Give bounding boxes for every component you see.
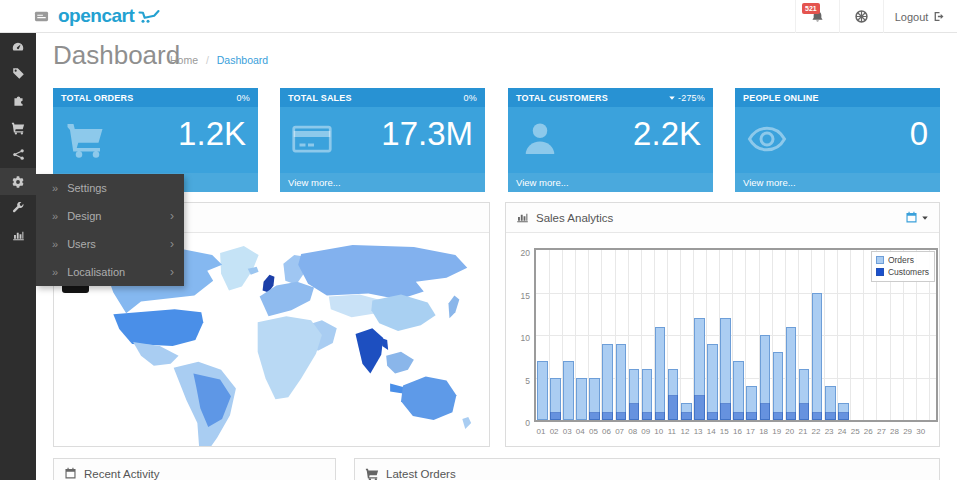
top-header: opencart 521 Logout: [0, 0, 957, 33]
sidebar-item-dashboard[interactable]: [0, 33, 36, 60]
sidebar-item-catalog[interactable]: [0, 60, 36, 87]
logout-label: Logout: [895, 11, 929, 23]
breadcrumb-current[interactable]: Dashboard: [217, 54, 268, 66]
date-range-button[interactable]: [905, 211, 929, 224]
speedometer-icon: [11, 40, 25, 54]
calendar-icon: [64, 467, 77, 480]
tile-body: 17.3M: [280, 107, 485, 173]
tile-title: TOTAL ORDERS: [61, 93, 133, 103]
legend-label: Orders: [888, 254, 914, 266]
customers-bar-11: [668, 395, 679, 421]
sidebar-nav: [0, 33, 36, 480]
breadcrumb-separator: /: [206, 54, 209, 66]
tile-view-more-link[interactable]: View more...: [735, 173, 940, 192]
submenu-item-label: Settings: [67, 182, 107, 194]
sales-analytics-header: Sales Analytics: [506, 203, 939, 233]
customers-bar-07: [616, 412, 627, 421]
recent-activity-panel: Recent Activity: [53, 458, 336, 480]
stat-tile-total-customers: TOTAL CUSTOMERS-275%2.2KView more...: [508, 88, 713, 192]
bar-chart-icon: [12, 229, 25, 242]
breadcrumb: Home / Dashboard: [170, 54, 268, 66]
orders-bar-01: [537, 361, 548, 421]
opencart-admin-dashboard: opencart 521 Logout »Settings»Design›»Us…: [0, 0, 957, 480]
sidebar-item-sales[interactable]: [0, 114, 36, 141]
double-angle-icon: »: [52, 182, 58, 194]
sidebar-item-system[interactable]: [0, 168, 36, 195]
latest-orders-title: Latest Orders: [386, 468, 456, 480]
customers-bar-24: [838, 412, 849, 421]
tile-header: PEOPLE ONLINE: [735, 88, 940, 107]
puzzle-icon: [12, 94, 25, 107]
customers-bar-05: [589, 412, 600, 421]
logo-cart-icon: [138, 8, 160, 24]
eye-icon: [747, 119, 787, 159]
latest-orders-header: Latest Orders: [355, 459, 939, 480]
legend-entry: Orders: [876, 254, 929, 266]
submenu-item-label: Users: [67, 238, 96, 250]
customers-bar-20: [786, 412, 797, 421]
y-axis-tick: 15: [512, 291, 530, 301]
sales-chart: OrdersCustomers: [534, 248, 938, 422]
customers-bar-09: [642, 412, 653, 421]
wrench-icon: [12, 202, 25, 215]
tile-change: 0%: [237, 93, 250, 103]
tile-value: 1.2K: [178, 115, 246, 153]
stat-tile-total-sales: TOTAL SALES0%17.3MView more...: [280, 88, 485, 192]
sidebar-item-extensions[interactable]: [0, 87, 36, 114]
tile-view-more-link[interactable]: View more...: [280, 173, 485, 192]
tile-title: PEOPLE ONLINE: [743, 93, 819, 103]
submenu-item-users[interactable]: »Users›: [36, 230, 184, 258]
breadcrumb-home[interactable]: Home: [170, 54, 198, 66]
tile-value: 2.2K: [633, 115, 701, 153]
chart-legend: OrdersCustomers: [871, 251, 935, 282]
customers-bar-08: [629, 403, 640, 420]
y-axis-tick: 10: [512, 333, 530, 343]
orders-bar-03: [563, 361, 574, 421]
submenu-item-localisation[interactable]: »Localisation›: [36, 258, 184, 286]
calendar-icon: [905, 211, 918, 224]
submenu-item-label: Localisation: [67, 266, 125, 278]
gridline: [536, 293, 936, 294]
logo-text: opencart: [58, 5, 134, 27]
tile-body: 0: [735, 107, 940, 173]
tile-change: 0%: [464, 93, 477, 103]
tile-value: 17.3M: [381, 115, 473, 153]
sales-analytics-title: Sales Analytics: [536, 212, 613, 224]
tile-view-more-link[interactable]: View more...: [508, 173, 713, 192]
sign-out-icon: [933, 10, 946, 23]
double-angle-icon: »: [52, 266, 58, 278]
submenu-item-label: Design: [67, 210, 101, 222]
legend-swatch: [876, 268, 884, 276]
logout-button[interactable]: Logout: [883, 0, 957, 33]
stat-tile-people-online: PEOPLE ONLINE0View more...: [735, 88, 940, 192]
legend-entry: Customers: [876, 266, 929, 278]
customers-bar-19: [773, 412, 784, 421]
chevron-right-icon: ›: [170, 209, 174, 223]
customers-bar-18: [760, 403, 771, 420]
customers-bar-13: [694, 395, 705, 421]
sidebar-item-marketing[interactable]: [0, 141, 36, 168]
tile-change: -275%: [668, 93, 705, 103]
caret-down-icon: [668, 94, 676, 102]
store-front-button[interactable]: [839, 0, 883, 33]
submenu-item-settings[interactable]: »Settings: [36, 174, 184, 202]
chevron-right-icon: ›: [170, 237, 174, 251]
menu-toggle-icon[interactable]: [34, 9, 50, 25]
double-angle-icon: »: [52, 238, 58, 250]
system-submenu: »Settings»Design›»Users›»Localisation›: [36, 174, 184, 286]
alerts-button[interactable]: 521: [795, 0, 839, 33]
sidebar-item-tools[interactable]: [0, 195, 36, 222]
customers-bar-02: [550, 412, 561, 421]
recent-activity-title: Recent Activity: [84, 468, 159, 480]
sidebar-item-reports[interactable]: [0, 222, 36, 249]
sales-analytics-panel: Sales Analytics OrdersCustomers 05101520…: [505, 202, 940, 447]
orders-bar-07: [616, 344, 627, 421]
submenu-item-design[interactable]: »Design›: [36, 202, 184, 230]
customers-bar-14: [707, 412, 718, 421]
customers-bar-17: [746, 412, 757, 421]
customers-bar-06: [602, 412, 613, 421]
customers-bar-10: [655, 412, 666, 421]
tile-header: TOTAL CUSTOMERS-275%: [508, 88, 713, 107]
credit-card-icon: [292, 119, 332, 159]
orders-bar-20: [786, 327, 797, 421]
